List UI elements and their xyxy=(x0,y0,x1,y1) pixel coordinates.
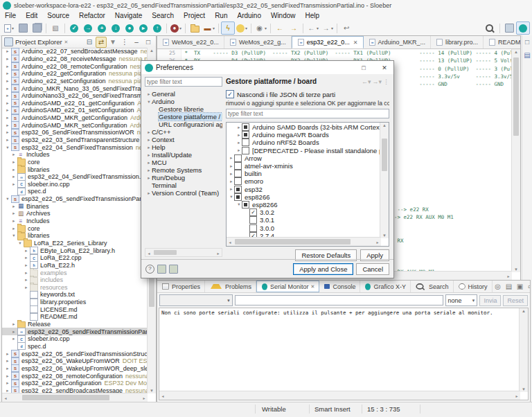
collapsed-arrow-icon[interactable]: ▸ xyxy=(146,175,152,181)
tree-item[interactable]: library.properties xyxy=(2,299,148,306)
scrollbar-thumb[interactable] xyxy=(513,57,519,136)
tree-item[interactable]: ▸SArduino_MKR_Nano_33_05_sendFixedTransm… xyxy=(2,85,148,92)
collapsed-arrow-icon[interactable]: ▸ xyxy=(5,56,10,62)
menu-file[interactable]: File xyxy=(0,12,21,19)
verify-button[interactable]: ✓ xyxy=(67,21,81,35)
pin-console-button[interactable]: ◎ xyxy=(493,281,504,292)
dropdown-arrow-icon[interactable]: ▾ xyxy=(245,26,247,30)
scroll-up-icon[interactable]: ▲ xyxy=(512,50,520,54)
scroll-up-icon[interactable]: ▲ xyxy=(148,48,156,53)
tree-item[interactable]: ▸Sesp32_06_SendFixedTransmissionWORnessu… xyxy=(2,129,148,136)
collapsed-arrow-icon[interactable]: ▸ xyxy=(5,358,10,364)
menu-help[interactable]: Help xyxy=(301,12,325,19)
tree-item[interactable]: ▸SArduinoSAMD_MKR_setConfigurationArduin… xyxy=(2,121,148,129)
tree-item[interactable]: ▸SArduinoSAMD_e22_01_getConfigurationArd… xyxy=(2,99,148,107)
view-menu-button[interactable]: ⋮ xyxy=(119,37,130,48)
send-button[interactable]: Invia xyxy=(479,295,501,306)
board-row[interactable]: ▸builtin xyxy=(227,170,380,177)
board-checkbox[interactable] xyxy=(242,139,249,146)
board-checkbox[interactable] xyxy=(242,123,249,131)
collapsed-arrow-icon[interactable]: ▸ xyxy=(146,130,152,135)
board-checkbox[interactable] xyxy=(249,216,257,224)
tree-item[interactable]: keywords.txt xyxy=(2,291,148,299)
scrollbar-thumb[interactable] xyxy=(154,250,177,255)
board-row[interactable]: 3.0.0 xyxy=(227,224,380,231)
board-row[interactable]: 3.0.2 xyxy=(227,208,380,216)
collapsed-arrow-icon[interactable]: ▸ xyxy=(229,179,234,184)
preferences-filter-input[interactable] xyxy=(145,77,222,87)
person-button[interactable]: ◉▾ xyxy=(254,21,268,35)
board-list-horizontal-scrollbar[interactable]: ◂ ▸ xyxy=(227,237,381,246)
import-library-button[interactable]: ↓ xyxy=(109,21,123,35)
tree-item[interactable]: ▸examples xyxy=(2,269,148,276)
serial-monitor-output[interactable]: Non ci sono porte seriali configurate: u… xyxy=(159,308,529,400)
tree-item[interactable]: ▾LoRa_E22_Series_Library xyxy=(2,240,148,247)
display-output-button[interactable]: ▤ xyxy=(504,281,515,292)
scroll-right-icon[interactable]: ▸ xyxy=(514,393,520,398)
new-wizard-button[interactable]: +▾ xyxy=(2,21,16,35)
board-checkbox[interactable] xyxy=(242,201,249,208)
line-ending-combo[interactable]: none▼ xyxy=(445,294,477,306)
dialog-maximize-icon[interactable]: □ xyxy=(355,61,373,74)
tree-item[interactable]: README.md xyxy=(2,313,148,321)
tree-item[interactable]: dspec.d xyxy=(2,343,148,351)
tree-item[interactable]: ▸∞esp32_e22_05_sendFixedTransmissionPart… xyxy=(2,328,148,335)
collapsed-arrow-icon[interactable]: ▸ xyxy=(5,380,10,386)
scrollbar-thumb[interactable] xyxy=(235,239,351,245)
tree-item[interactable]: ▸≡Includes xyxy=(2,151,148,159)
expanded-arrow-icon[interactable]: ▾ xyxy=(146,99,152,105)
tree-item[interactable]: ▸SArduino_e22_08_receiveMessagenessuna p… xyxy=(2,55,148,63)
scroll-down-icon[interactable]: ▼ xyxy=(520,387,528,391)
board-row[interactable]: ▸Arduino megaAVR Boards xyxy=(227,131,380,139)
preferences-nav-item[interactable]: Gestore librerie xyxy=(145,105,222,113)
board-row[interactable]: ▸emoro xyxy=(227,177,380,185)
preferences-nav-item[interactable]: ▾Arduino xyxy=(145,98,222,105)
menu-window[interactable]: Window xyxy=(266,12,301,19)
collapsed-arrow-icon[interactable]: ▸ xyxy=(11,181,17,187)
expanded-arrow-icon[interactable]: ▾ xyxy=(229,194,234,199)
preferences-nav-item[interactable]: ▸Version Control (Team) xyxy=(145,189,222,197)
menu-refactor[interactable]: Refactor xyxy=(74,12,110,19)
preferences-nav-item[interactable]: ▸Help xyxy=(145,143,222,151)
tree-item[interactable]: ▸core xyxy=(2,159,148,166)
dropdown-arrow-icon[interactable]: ▾ xyxy=(331,26,333,30)
scrollbar-thumb[interactable] xyxy=(22,395,109,400)
restore-view-button[interactable]: □ xyxy=(522,37,532,48)
collapsed-arrow-icon[interactable]: ▸ xyxy=(11,226,17,231)
minimize-button[interactable]: – xyxy=(131,37,142,48)
tree-item[interactable]: ▸SArduino_e22_setConfigurationnessuna pi… xyxy=(2,78,148,85)
tree-item[interactable]: ▸Csloeber.ino.cpp xyxy=(2,181,148,188)
plotter-button[interactable]: ▸ xyxy=(136,21,150,35)
tree-item[interactable]: ▸SArduinoSAMD_MKR_getConfigurationArduin… xyxy=(2,114,148,122)
dropdown-arrow-icon[interactable]: ▾ xyxy=(213,26,215,30)
scroll-down-icon[interactable]: ▼ xyxy=(512,267,520,272)
tree-item[interactable]: ▾Sesp32_e22_04_SendFixedTransmissionness… xyxy=(2,143,148,151)
menu-arduino[interactable]: Arduino xyxy=(232,12,265,19)
board-row[interactable]: ▸[DEPRECATED - Please install standalone… xyxy=(227,147,380,154)
tree-item[interactable]: ▸≡Includes xyxy=(2,218,148,225)
collapsed-arrow-icon[interactable]: ▸ xyxy=(229,155,234,161)
collapsed-arrow-icon[interactable]: ▸ xyxy=(11,336,17,341)
open-folder-button[interactable] xyxy=(188,21,202,35)
board-checkbox[interactable] xyxy=(242,131,249,139)
tree-item[interactable]: ▸Sesp32_e22_getConfigurationESP32 Dev Mo… xyxy=(2,380,148,387)
output-vertical-scrollbar[interactable]: ▲ ▼ xyxy=(519,308,528,392)
collapsed-arrow-icon[interactable]: ▸ xyxy=(11,167,17,172)
open-perspective-button[interactable] xyxy=(502,21,516,35)
editor-tab[interactable]: ∞Arduino_MKR_... xyxy=(364,36,432,48)
tree-item[interactable]: ▸SArduinoNano33_e22_06_sendFixedTransmis… xyxy=(2,92,148,100)
expanded-arrow-icon[interactable]: ▾ xyxy=(11,233,17,238)
collapsed-arrow-icon[interactable]: ▸ xyxy=(229,186,234,192)
editor-vertical-scrollbar[interactable]: ▲ ▼ xyxy=(511,49,520,272)
collapsed-arrow-icon[interactable]: ▸ xyxy=(24,255,29,260)
back-history-icon[interactable]: ←▾ xyxy=(362,78,371,85)
view-tab-close-icon[interactable]: ✕ xyxy=(64,39,69,45)
collapsed-arrow-icon[interactable]: ▸ xyxy=(11,211,17,216)
view-tab-serial-monitor[interactable]: Serial Monitor✕ xyxy=(256,281,319,292)
collapsed-arrow-icon[interactable]: ▸ xyxy=(11,204,17,209)
collapsed-arrow-icon[interactable]: ▸ xyxy=(5,351,10,357)
tree-item[interactable]: ▸Sesp32_e22_05_SendFixedTransmissionStru… xyxy=(2,350,148,357)
scroll-left-icon[interactable]: ◂ xyxy=(227,240,233,245)
upload-button[interactable]: → xyxy=(81,21,95,35)
dropdown-arrow-icon[interactable]: ▾ xyxy=(317,26,319,30)
